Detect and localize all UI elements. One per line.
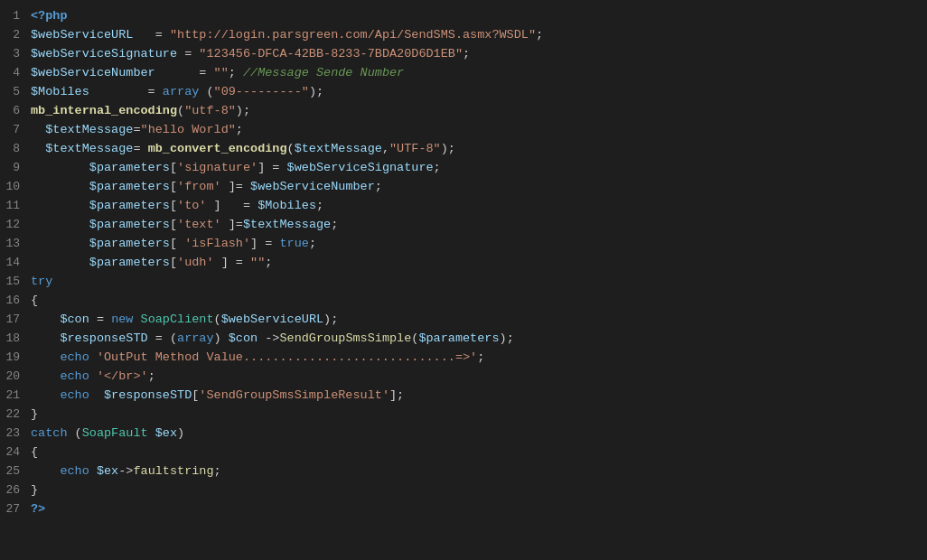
plain-token: = [133, 28, 170, 42]
keyword-token: array [177, 331, 214, 345]
line-content: $parameters[ 'isFlash'] = true; [31, 235, 923, 254]
line-number: 23 [4, 425, 31, 443]
line-content: catch (SoapFault $ex) [31, 425, 923, 443]
string-token: "123456-DFCA-42BB-8233-7BDA20D6D1EB" [199, 47, 463, 61]
key-string-token: 'signature' [177, 161, 258, 174]
code-line: 1<?php [0, 7, 927, 26]
line-number: 11 [4, 197, 31, 215]
code-line: 5$Mobiles = array ("09---------"); [0, 83, 927, 102]
code-line: 9 $parameters['signature'] = $webService… [0, 159, 927, 178]
line-content: $textMessage="hello World"; [31, 121, 923, 140]
plain-token [31, 123, 45, 136]
line-content: { [31, 292, 923, 311]
line-number: 2 [4, 26, 31, 44]
variable-token: $webServiceNumber [250, 180, 375, 193]
variable-token: $parameters [418, 331, 499, 345]
keyword-token: array [163, 85, 200, 98]
code-line: 21 echo $responseSTD['SendGroupSmsSimple… [0, 387, 927, 406]
key-string-token: 'udh' [177, 256, 221, 269]
comment-token: //Message Sende Number [243, 66, 404, 79]
line-content: $Mobiles = array ("09---------"); [31, 83, 923, 102]
plain-token [31, 199, 89, 212]
code-line: 24{ [0, 443, 927, 462]
variable-token: $webServiceURL [31, 28, 133, 42]
plain-token: ); [236, 104, 250, 117]
variable-token: $con [60, 313, 89, 326]
code-line: 11 $parameters['to' ] = $Mobiles; [0, 197, 927, 216]
plain-token: = [89, 313, 111, 326]
plain-token: = [177, 47, 199, 61]
line-content: } [31, 406, 923, 425]
line-number: 3 [4, 45, 31, 63]
plain-token [89, 388, 104, 402]
string-token: '</br>' [97, 369, 148, 383]
variable-token: $responseSTD [60, 331, 147, 345]
plain-token: } [31, 407, 38, 421]
plain-token: , [382, 142, 389, 155]
plain-token [148, 426, 155, 440]
plain-token [31, 237, 89, 250]
plain-token [31, 331, 60, 345]
line-content: $webServiceSignature = "123456-DFCA-42BB… [31, 45, 923, 64]
line-content: mb_internal_encoding("utf-8"); [31, 102, 923, 121]
plain-token: = [155, 66, 214, 79]
variable-token: $textMessage [243, 218, 331, 231]
plain-token: -> [118, 464, 133, 478]
plain-token: [ [170, 218, 177, 231]
code-line: 3$webServiceSignature = "123456-DFCA-42B… [0, 45, 927, 64]
plain-token: [ [170, 161, 177, 174]
variable-token: $parameters [89, 199, 170, 212]
php-tag-token: ?> [31, 502, 45, 516]
code-line: 15try [0, 273, 927, 292]
code-line: 13 $parameters[ 'isFlash'] = true; [0, 235, 927, 254]
line-number: 8 [4, 140, 31, 158]
plain-token: ; [214, 464, 221, 478]
plain-token: [ [170, 180, 177, 193]
plain-token [31, 142, 45, 155]
plain-token: ] = [258, 161, 286, 174]
code-line: 6mb_internal_encoding("utf-8"); [0, 102, 927, 121]
variable-token: $webServiceSignature [287, 161, 434, 174]
string-token: "utf-8" [184, 104, 236, 117]
variable-token: $parameters [89, 180, 170, 193]
variable-token: $textMessage [45, 123, 133, 136]
plain-token: ) [214, 331, 229, 345]
line-number: 21 [4, 387, 31, 405]
string-token: "" [214, 66, 229, 79]
variable-token: $Mobiles [31, 85, 89, 98]
plain-token: [ [170, 237, 184, 250]
plain-token: ] = [250, 237, 279, 250]
plain-token [89, 350, 97, 364]
keyword-token: echo [60, 350, 89, 364]
bool-token: true [279, 237, 308, 250]
plain-token: ( [214, 313, 221, 326]
key-string-token: 'isFlash' [184, 237, 250, 250]
line-number: 25 [4, 462, 31, 481]
variable-token: $webServiceURL [221, 313, 323, 326]
key-string-token: 'to' [177, 199, 214, 212]
variable-token: $webServiceNumber [31, 66, 155, 79]
plain-token: -> [258, 331, 279, 345]
line-content: echo 'OutPut Method Value...............… [31, 349, 923, 368]
code-block: 1<?php2$webServiceURL = "http://login.pa… [0, 0, 927, 527]
line-content: $parameters['signature'] = $webServiceSi… [31, 159, 923, 178]
line-content: $parameters['text' ]=$textMessage; [31, 216, 923, 235]
keyword-token: try [31, 275, 52, 288]
variable-token: $webServiceSignature [31, 47, 177, 61]
code-line: 14 $parameters['udh' ] = ""; [0, 254, 927, 273]
key-string-token: 'SendGroupSmsSimpleResult' [199, 388, 389, 402]
string-token: 'OutPut Method Value....................… [97, 350, 477, 364]
line-content: { [31, 443, 923, 462]
code-line: 17 $con = new SoapClient($webServiceURL)… [0, 311, 927, 330]
plain-token: ; [463, 47, 470, 61]
plain-token: = [89, 85, 163, 98]
plain-token: ) [177, 426, 184, 440]
plain-token [31, 161, 89, 174]
plain-token [31, 256, 89, 269]
plain-token: ; [309, 237, 316, 250]
plain-token: { [31, 445, 38, 459]
plain-token: ); [323, 313, 338, 326]
plain-token: { [31, 294, 38, 307]
line-number: 26 [4, 481, 31, 499]
plain-token [31, 350, 60, 364]
